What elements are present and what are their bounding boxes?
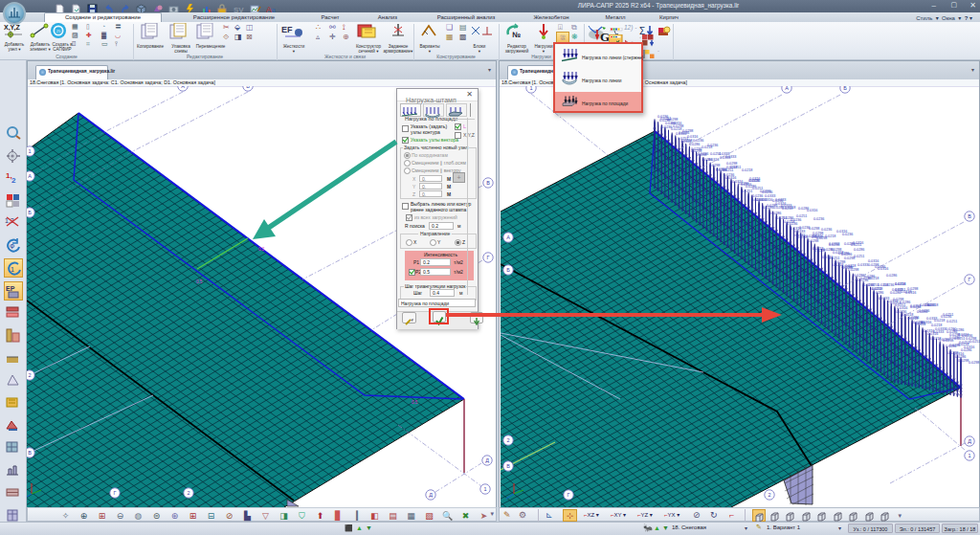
svg-text:0.0333: 0.0333 bbox=[775, 198, 786, 202]
svg-text:0.0333: 0.0333 bbox=[858, 263, 868, 267]
svg-text:0.0218: 0.0218 bbox=[742, 168, 752, 172]
svg-text:1: 1 bbox=[968, 453, 970, 458]
svg-text:0.0236: 0.0236 bbox=[821, 228, 832, 232]
svg-text:0.0286: 0.0286 bbox=[917, 310, 927, 314]
svg-text:0.0286: 0.0286 bbox=[900, 301, 910, 304]
svg-text:2: 2 bbox=[506, 437, 509, 443]
svg-text:0.0298: 0.0298 bbox=[907, 287, 918, 291]
svg-text:Б: Б bbox=[506, 267, 510, 273]
svg-text:0.0286: 0.0286 bbox=[854, 248, 864, 252]
svg-text:Г: Г bbox=[487, 255, 490, 260]
svg-text:Ф: Ф bbox=[10, 243, 14, 250]
svg-text:2: 2 bbox=[768, 492, 770, 498]
svg-text:0.0298: 0.0298 bbox=[673, 124, 683, 128]
svg-text:В: В bbox=[28, 450, 32, 456]
svg-text:0.0251: 0.0251 bbox=[742, 189, 752, 193]
svg-text:Б: Б bbox=[28, 210, 32, 215]
svg-text:0.0286: 0.0286 bbox=[770, 212, 781, 215]
svg-text:0.0333: 0.0333 bbox=[765, 194, 775, 198]
svg-text:0.0333: 0.0333 bbox=[935, 327, 946, 331]
svg-text:Д: Д bbox=[429, 492, 433, 498]
svg-text:0.0251: 0.0251 bbox=[959, 341, 969, 345]
svg-text:0.0218: 0.0218 bbox=[825, 234, 835, 238]
svg-text:0.0236: 0.0236 bbox=[749, 179, 760, 183]
svg-text:0.0298: 0.0298 bbox=[848, 268, 858, 272]
svg-text:А: А bbox=[506, 234, 510, 240]
svg-text:0.0298: 0.0298 bbox=[969, 361, 979, 365]
svg-text:0.0316: 0.0316 bbox=[868, 259, 879, 263]
svg-text:Д: Д bbox=[968, 438, 971, 444]
svg-text:0.0260: 0.0260 bbox=[946, 327, 956, 331]
svg-text:0.0286: 0.0286 bbox=[886, 274, 897, 278]
svg-text:0.0251: 0.0251 bbox=[943, 313, 953, 317]
svg-text:0.0236: 0.0236 bbox=[707, 144, 718, 147]
svg-text:0.0286: 0.0286 bbox=[838, 252, 849, 256]
svg-text:0.0218: 0.0218 bbox=[785, 206, 795, 210]
svg-text:0.0251: 0.0251 bbox=[969, 340, 980, 344]
svg-text:0.5: 0.5 bbox=[196, 279, 203, 284]
svg-text:В: В bbox=[968, 213, 971, 219]
svg-text:0.0316: 0.0316 bbox=[921, 321, 931, 324]
svg-text:0.0286: 0.0286 bbox=[763, 206, 773, 210]
svg-text:Г: Г bbox=[969, 277, 971, 282]
svg-text:Г: Г bbox=[568, 492, 570, 498]
svg-text:0.0316: 0.0316 bbox=[807, 209, 817, 212]
svg-text:А: А bbox=[181, 86, 185, 89]
svg-text:0.0251: 0.0251 bbox=[947, 320, 957, 323]
svg-text:ЕР: ЕР bbox=[6, 285, 15, 292]
svg-text:2: 2 bbox=[187, 490, 189, 496]
svg-text:0.0218: 0.0218 bbox=[868, 277, 879, 280]
svg-text:1: 1 bbox=[483, 486, 486, 492]
svg-text:0.0286: 0.0286 bbox=[924, 303, 935, 307]
svg-text:0.0236: 0.0236 bbox=[813, 217, 824, 221]
svg-text:0.0316: 0.0316 bbox=[878, 267, 888, 271]
svg-text:0.0286: 0.0286 bbox=[873, 291, 883, 295]
svg-text:0.0286: 0.0286 bbox=[908, 316, 919, 320]
svg-text:1: 1 bbox=[11, 266, 14, 273]
svg-text:EF: EF bbox=[281, 25, 293, 34]
svg-text:0.0251: 0.0251 bbox=[730, 166, 741, 169]
svg-text:0.0316: 0.0316 bbox=[762, 198, 772, 202]
svg-text:0.0298: 0.0298 bbox=[813, 232, 823, 235]
svg-text:В: В bbox=[506, 463, 510, 469]
svg-text:2: 2 bbox=[11, 176, 16, 185]
svg-text:Г: Г bbox=[114, 490, 117, 496]
svg-text:Б: Б bbox=[843, 86, 847, 91]
svg-text:0.0236: 0.0236 bbox=[787, 222, 797, 226]
svg-text:25: 25 bbox=[56, 29, 61, 33]
svg-text:0.0218: 0.0218 bbox=[934, 319, 945, 323]
svg-text:0.0286: 0.0286 bbox=[890, 291, 901, 295]
svg-text:0.5: 0.5 bbox=[412, 400, 418, 405]
svg-text:А: А bbox=[28, 173, 32, 179]
svg-text:Б: Б bbox=[246, 86, 250, 89]
svg-text:0.0298: 0.0298 bbox=[696, 153, 706, 157]
svg-text:0.0218: 0.0218 bbox=[895, 282, 905, 286]
svg-text:0.0236: 0.0236 bbox=[858, 279, 868, 282]
svg-text:0.2: 0.2 bbox=[258, 247, 265, 252]
svg-text:0.0236: 0.0236 bbox=[883, 283, 894, 287]
svg-text:0.0251: 0.0251 bbox=[854, 255, 864, 258]
svg-text:0.0298: 0.0298 bbox=[958, 359, 969, 363]
svg-text:2: 2 bbox=[28, 372, 31, 378]
svg-text:0.0316: 0.0316 bbox=[708, 158, 719, 162]
svg-text:1: 1 bbox=[529, 86, 532, 91]
svg-text:0.0298: 0.0298 bbox=[809, 227, 819, 231]
svg-text:0.0251: 0.0251 bbox=[851, 243, 861, 247]
svg-text:1: 1 bbox=[28, 148, 31, 154]
svg-text:0.0333: 0.0333 bbox=[725, 155, 736, 159]
svg-text:Д: Д bbox=[485, 457, 489, 463]
svg-text:А: А bbox=[785, 86, 789, 91]
svg-text:0.0333: 0.0333 bbox=[829, 242, 839, 246]
svg-text:В: В bbox=[486, 180, 490, 186]
svg-text:0.0236: 0.0236 bbox=[791, 218, 801, 222]
svg-text:0.0236: 0.0236 bbox=[842, 233, 853, 236]
svg-text:0.0251: 0.0251 bbox=[796, 214, 807, 218]
svg-text:0.0286: 0.0286 bbox=[961, 348, 971, 352]
svg-text:№: № bbox=[512, 31, 521, 39]
